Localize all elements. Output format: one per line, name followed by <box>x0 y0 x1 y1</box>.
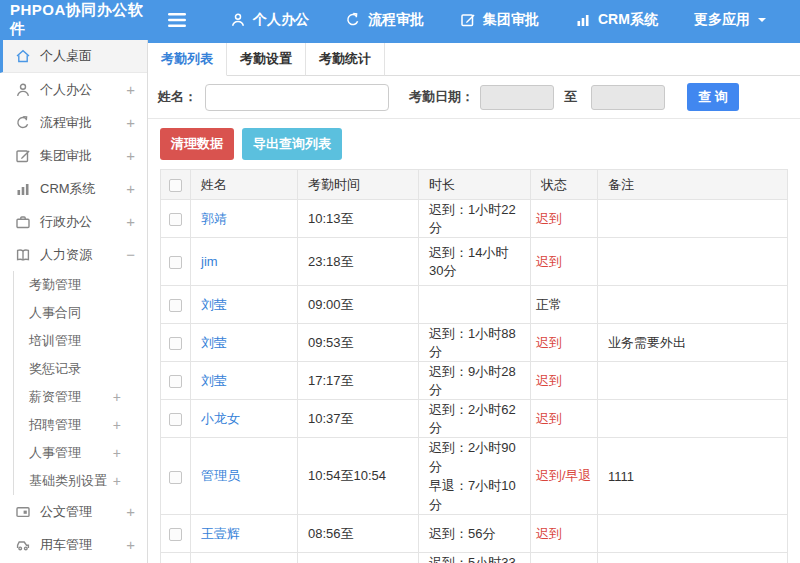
sidebar-item-label: 公文管理 <box>40 503 92 521</box>
sidebar-subitem-label: 基础类别设置 <box>29 472 107 490</box>
employee-name-link[interactable]: 黄蓉 <box>191 553 298 563</box>
sidebar-subitem-base-category[interactable]: 基础类别设置 + <box>14 467 147 495</box>
name-input[interactable] <box>205 84 389 111</box>
sidebar-item-group-approval[interactable]: 集团审批 + <box>0 139 147 172</box>
sidebar-subitem-label: 招聘管理 <box>29 416 81 434</box>
hamburger-menu-icon[interactable] <box>148 13 206 27</box>
sidebar-subitem-reward-punish[interactable]: 奖惩记录 <box>14 355 147 383</box>
search-button[interactable]: 查 询 <box>687 83 739 111</box>
topnav-group-approval[interactable]: 集团审批 <box>460 11 539 29</box>
action-button-row: 清理数据 导出查询列表 <box>148 119 800 167</box>
sidebar-item-vehicle-mgmt[interactable]: 用车管理 + <box>0 528 147 561</box>
topnav-workflow-approval[interactable]: 流程审批 <box>345 11 424 29</box>
sidebar-item-admin-office[interactable]: 行政办公 + <box>0 205 147 238</box>
note <box>598 238 788 286</box>
row-checkbox[interactable] <box>169 375 182 388</box>
briefcase-icon <box>15 214 31 230</box>
home-icon <box>15 48 31 64</box>
sidebar-item-label: CRM系统 <box>40 180 96 198</box>
note <box>598 200 788 238</box>
attendance-date-label: 考勤日期： <box>409 88 474 106</box>
duration: 迟到：5小时33分 早退：4小时67分 <box>419 553 531 563</box>
caret-down-icon <box>757 16 767 24</box>
employee-name-link[interactable]: 王壹辉 <box>191 515 298 553</box>
employee-name-link[interactable]: 刘莹 <box>191 286 298 324</box>
table-row: 小龙女 10:37至 迟到：2小时62分 迟到 <box>161 400 788 438</box>
status-badge: 迟到 <box>531 515 598 553</box>
expand-plus-icon[interactable]: + <box>113 418 121 432</box>
attendance-time: 09:00至 <box>298 286 419 324</box>
status-badge: 正常 <box>531 286 598 324</box>
expand-plus-icon[interactable]: + <box>113 446 121 460</box>
attendance-time: 17:17至 <box>298 362 419 400</box>
tab-attendance-settings[interactable]: 考勤设置 <box>227 43 306 76</box>
topnav-label: 流程审批 <box>368 11 424 29</box>
row-checkbox[interactable] <box>169 471 182 484</box>
topnav-personal-office[interactable]: 个人办公 <box>230 11 309 29</box>
row-checkbox[interactable] <box>169 213 182 226</box>
sidebar-item-personal-office[interactable]: 个人办公 + <box>0 73 147 106</box>
expand-plus-icon[interactable]: + <box>126 148 135 163</box>
expand-plus-icon[interactable]: + <box>113 390 121 404</box>
book-icon <box>15 247 31 263</box>
expand-plus-icon[interactable]: + <box>126 537 135 552</box>
sidebar-item-document-mgmt[interactable]: 公文管理 + <box>0 495 147 528</box>
sidebar-item-label: 用车管理 <box>40 536 92 554</box>
select-all-checkbox[interactable] <box>169 179 182 192</box>
table-header-row: 姓名 考勤时间 时长 状态 备注 <box>161 170 788 200</box>
duration: 迟到：56分 <box>419 515 531 553</box>
row-checkbox[interactable] <box>169 413 182 426</box>
employee-name-link[interactable]: 管理员 <box>191 438 298 515</box>
person-icon <box>230 12 246 28</box>
expand-plus-icon[interactable]: + <box>126 181 135 196</box>
status-badge: 迟到 <box>531 200 598 238</box>
tab-attendance-stats[interactable]: 考勤统计 <box>306 43 385 76</box>
row-checkbox[interactable] <box>169 528 182 541</box>
row-checkbox[interactable] <box>169 337 182 350</box>
expand-plus-icon[interactable]: + <box>126 82 135 97</box>
employee-name-link[interactable]: jim <box>191 238 298 286</box>
tab-attendance-list[interactable]: 考勤列表 <box>148 43 227 76</box>
sidebar-item-hr[interactable]: 人力资源 − <box>0 238 147 271</box>
expand-plus-icon[interactable]: + <box>113 474 121 488</box>
sidebar-subitem-attendance-mgmt[interactable]: 考勤管理 <box>14 271 147 299</box>
table-row: 王壹辉 08:56至 迟到：56分 迟到 <box>161 515 788 553</box>
sidebar-subitem-hr-contract[interactable]: 人事合同 <box>14 299 147 327</box>
duration-late: 迟到：2小时90分 <box>429 438 520 476</box>
sidebar-item-workflow-approval[interactable]: 流程审批 + <box>0 106 147 139</box>
process-icon <box>345 12 361 28</box>
topnav-more-apps[interactable]: 更多应用 <box>694 11 767 29</box>
attendance-time: 10:54至10:54 <box>298 438 419 515</box>
employee-name-link[interactable]: 刘莹 <box>191 362 298 400</box>
collapse-minus-icon[interactable]: − <box>126 247 135 262</box>
duration: 迟到：1小时22分 <box>419 200 531 238</box>
expand-plus-icon[interactable]: + <box>126 115 135 130</box>
clean-data-button[interactable]: 清理数据 <box>160 128 234 160</box>
employee-name-link[interactable]: 小龙女 <box>191 400 298 438</box>
table-row: 黄蓉 13:20至13:20 迟到：5小时33分 早退：4小时67分 迟到/早退 <box>161 553 788 563</box>
process-icon <box>15 115 31 131</box>
topnav-crm[interactable]: CRM系统 <box>575 11 658 29</box>
note <box>598 286 788 324</box>
date-to-input[interactable] <box>591 85 665 110</box>
duration: 迟到：14小时30分 <box>419 238 531 286</box>
sidebar-subitem-personnel-mgmt[interactable]: 人事管理 + <box>14 439 147 467</box>
search-filter-row: 姓名： 考勤日期： 至 查 询 <box>148 76 800 119</box>
edit-icon <box>460 12 476 28</box>
date-from-input[interactable] <box>480 85 554 110</box>
row-checkbox[interactable] <box>169 299 182 312</box>
sidebar-subitem-recruit-mgmt[interactable]: 招聘管理 + <box>14 411 147 439</box>
sidebar-subitem-salary-mgmt[interactable]: 薪资管理 + <box>14 383 147 411</box>
sidebar-subitem-training-mgmt[interactable]: 培训管理 <box>14 327 147 355</box>
employee-name-link[interactable]: 郭靖 <box>191 200 298 238</box>
export-list-button[interactable]: 导出查询列表 <box>242 128 342 160</box>
sidebar-item-crm[interactable]: CRM系统 + <box>0 172 147 205</box>
expand-plus-icon[interactable]: + <box>126 214 135 229</box>
expand-plus-icon[interactable]: + <box>126 504 135 519</box>
attendance-time: 09:53至 <box>298 324 419 362</box>
sidebar-item-personal-desktop[interactable]: 个人桌面 <box>0 40 147 73</box>
employee-name-link[interactable]: 刘莹 <box>191 324 298 362</box>
topnav-label: 个人办公 <box>253 11 309 29</box>
row-checkbox[interactable] <box>169 256 182 269</box>
topnav-label: 更多应用 <box>694 11 750 29</box>
